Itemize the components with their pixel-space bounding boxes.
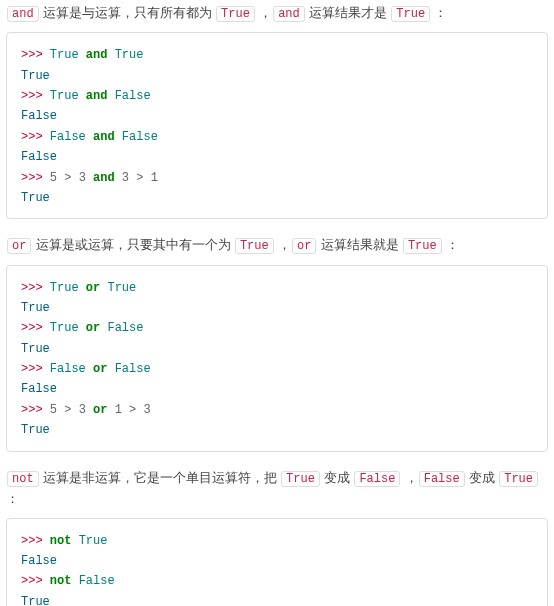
intro-text: ，: [275, 237, 291, 252]
code-token: >>>: [21, 48, 50, 62]
intro-text: 运算结果就是: [317, 237, 402, 252]
intro-text: 变成: [321, 470, 354, 485]
inline-code: and: [7, 6, 39, 22]
inline-code: and: [273, 6, 305, 22]
intro-text: 运算是或运算，只要其中有一个为: [32, 237, 234, 252]
intro-text: ：: [431, 5, 447, 20]
intro-text: ：: [6, 491, 19, 506]
intro-text: 运算结果才是: [306, 5, 391, 20]
code-block: >>> True and TrueTrue>>> True and FalseF…: [6, 32, 548, 219]
code-token: >>>: [21, 534, 50, 548]
code-line: >>> 5 > 3 and 3 > 1: [21, 168, 533, 188]
intro-text: 变成: [466, 470, 499, 485]
code-token: [115, 171, 122, 185]
code-token: [115, 130, 122, 144]
code-token: [86, 362, 93, 376]
code-token: [107, 89, 114, 103]
code-token: [86, 403, 93, 417]
intro-text: 运算是与运算，只有所有都为: [40, 5, 216, 20]
code-token: False: [21, 109, 57, 123]
inline-code: or: [7, 238, 31, 254]
code-token: and: [86, 89, 108, 103]
code-token: False: [21, 382, 57, 396]
code-token: True: [79, 534, 108, 548]
code-token: [71, 574, 78, 588]
code-token: True: [21, 423, 50, 437]
code-token: or: [93, 403, 107, 417]
code-line: True: [21, 188, 533, 208]
code-token: True: [50, 321, 79, 335]
section-intro: and 运算是与运算，只有所有都为 True ，and 运算结果才是 True …: [6, 3, 548, 24]
code-token: or: [86, 321, 100, 335]
code-line: >>> True and True: [21, 45, 533, 65]
section-intro: not 运算是非运算，它是一个单目运算符，把 True 变成 False ，Fa…: [6, 468, 548, 510]
code-line: >>> True or False: [21, 318, 533, 338]
code-token: >>>: [21, 403, 50, 417]
inline-code: True: [235, 238, 274, 254]
code-line: False: [21, 551, 533, 571]
code-token: 3: [122, 171, 129, 185]
inline-code: True: [281, 471, 320, 487]
code-token: True: [21, 301, 50, 315]
code-token: True: [21, 595, 50, 606]
code-line: >>> False and False: [21, 127, 533, 147]
code-token: [86, 130, 93, 144]
code-line: False: [21, 106, 533, 126]
code-line: False: [21, 379, 533, 399]
inline-code: not: [7, 471, 39, 487]
code-token: True: [50, 281, 79, 295]
code-token: >: [122, 403, 144, 417]
code-token: True: [21, 191, 50, 205]
code-token: [107, 48, 114, 62]
code-token: >: [129, 171, 151, 185]
inline-code: or: [292, 238, 316, 254]
code-token: True: [21, 69, 50, 83]
code-line: True: [21, 298, 533, 318]
intro-text: ：: [443, 237, 459, 252]
code-line: >>> True or True: [21, 278, 533, 298]
code-token: True: [50, 89, 79, 103]
code-token: True: [107, 281, 136, 295]
intro-text: ，: [401, 470, 417, 485]
code-token: >: [57, 403, 79, 417]
section-intro: or 运算是或运算，只要其中有一个为 True ，or 运算结果就是 True …: [6, 235, 548, 256]
code-token: False: [50, 362, 86, 376]
code-line: False: [21, 147, 533, 167]
code-token: [79, 281, 86, 295]
inline-code: True: [499, 471, 538, 487]
code-token: >>>: [21, 362, 50, 376]
tutorial-document: and 运算是与运算，只有所有都为 True ，and 运算结果才是 True …: [6, 3, 548, 606]
inline-code: True: [216, 6, 255, 22]
code-line: >>> True and False: [21, 86, 533, 106]
code-token: and: [86, 48, 108, 62]
code-token: False: [50, 130, 86, 144]
code-token: False: [115, 362, 151, 376]
code-token: >>>: [21, 321, 50, 335]
code-token: False: [79, 574, 115, 588]
code-token: [79, 321, 86, 335]
code-token: not: [50, 534, 72, 548]
intro-text: ，: [256, 5, 272, 20]
code-token: [107, 403, 114, 417]
code-line: >>> not False: [21, 571, 533, 591]
code-token: [107, 362, 114, 376]
code-token: [79, 48, 86, 62]
code-token: [79, 89, 86, 103]
inline-code: True: [403, 238, 442, 254]
code-token: >>>: [21, 130, 50, 144]
code-token: False: [21, 554, 57, 568]
code-line: True: [21, 592, 533, 606]
code-token: False: [122, 130, 158, 144]
code-token: 3: [79, 171, 86, 185]
code-token: >: [57, 171, 79, 185]
code-token: or: [86, 281, 100, 295]
code-line: True: [21, 339, 533, 359]
code-token: 1: [115, 403, 122, 417]
code-token: >>>: [21, 574, 50, 588]
inline-code: False: [419, 471, 465, 487]
code-line: >>> 5 > 3 or 1 > 3: [21, 400, 533, 420]
code-token: 5: [50, 403, 57, 417]
inline-code: True: [391, 6, 430, 22]
code-token: >>>: [21, 171, 50, 185]
code-token: [86, 171, 93, 185]
